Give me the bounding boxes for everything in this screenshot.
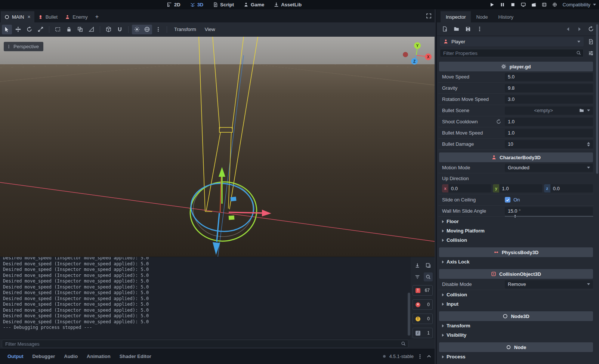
mode-2d-button[interactable]: 2D — [167, 2, 180, 7]
save-log-button[interactable] — [413, 261, 422, 270]
stop-button[interactable] — [510, 2, 515, 7]
tab-inspector[interactable]: Inspector — [441, 11, 471, 22]
kebab-icon[interactable] — [417, 354, 423, 359]
distraction-free-button[interactable] — [426, 13, 432, 20]
scale-tool-button[interactable] — [35, 25, 46, 34]
revert-property-button[interactable] — [494, 119, 503, 124]
history-forward-button[interactable] — [574, 24, 584, 34]
vector-y-field[interactable]: y 1.0 — [493, 184, 542, 192]
group-input[interactable]: Input — [438, 299, 594, 309]
value-stepper[interactable] — [587, 142, 590, 146]
mode-script-button[interactable]: Script — [213, 2, 234, 7]
vector-x-field[interactable]: x 0.0 — [442, 184, 491, 192]
move-speed-field[interactable]: 5.0 — [505, 73, 593, 81]
preview-options-button[interactable] — [153, 25, 163, 34]
pause-button[interactable] — [500, 2, 505, 7]
console-scrollbar[interactable] — [407, 257, 411, 339]
stop-error-count-toggle[interactable]: × 0 — [413, 299, 433, 310]
group-floor[interactable]: Floor — [438, 217, 594, 226]
category-character-body-3d[interactable]: CharacterBody3D — [439, 152, 593, 162]
open-docs-button[interactable] — [586, 37, 596, 46]
rotate-tool-button[interactable] — [24, 25, 34, 34]
category-script[interactable]: player.gd — [439, 62, 593, 71]
slide-on-ceiling-checkbox[interactable]: On — [505, 196, 593, 204]
shoot-cooldown-field[interactable]: 1.0 — [505, 118, 593, 126]
mode-game-button[interactable]: Game — [244, 2, 264, 7]
bullet-move-speed-field[interactable]: 1.0 — [505, 129, 593, 137]
preview-sunlight-button[interactable] — [132, 25, 142, 34]
node-selector-dropdown[interactable]: Player — [440, 37, 584, 46]
scene-tab-main[interactable]: MAIN × — [1, 11, 34, 22]
transform-menu-button[interactable]: Transform — [170, 25, 200, 34]
gravity-field[interactable]: 9.8 — [505, 84, 593, 92]
group-physics-interpolation[interactable]: Physics Interpolation — [438, 361, 594, 364]
bullet-damage-field[interactable]: 10 — [505, 140, 593, 148]
group-visibility[interactable]: Visibility — [438, 330, 594, 340]
preview-environment-button[interactable] — [142, 25, 152, 34]
filter-messages-input[interactable] — [2, 340, 408, 348]
perspective-menu-button[interactable]: Perspective — [4, 42, 43, 51]
tab-history[interactable]: History — [493, 11, 519, 22]
error-count-toggle[interactable]: ! 67 — [413, 285, 433, 296]
scene-tab-enemy[interactable]: Enemy — [61, 11, 91, 22]
remote-debug-button[interactable] — [521, 2, 526, 7]
group-collision[interactable]: Collision — [438, 235, 594, 245]
mesh-options-button[interactable] — [104, 25, 114, 34]
object-history-button[interactable] — [586, 24, 596, 34]
console-log[interactable]: Desired move_speed (Inspector move_speed… — [0, 257, 407, 339]
category-node[interactable]: Node — [439, 342, 593, 352]
close-icon[interactable]: × — [28, 14, 31, 20]
viewport-3d[interactable]: Y X Z Perspective — [0, 37, 435, 257]
add-scene-tab-button[interactable]: + — [92, 11, 102, 22]
gizmo-x-arrow[interactable] — [229, 212, 262, 213]
wall-min-slide-angle-field[interactable]: 15.0 ° — [505, 207, 593, 215]
group-collision-2[interactable]: Collision — [438, 290, 594, 299]
property-tools-button[interactable] — [586, 48, 596, 58]
inspector-scrollbar[interactable] — [596, 23, 599, 364]
bottom-tab-debugger[interactable]: Debugger — [28, 354, 60, 359]
search-log-button[interactable] — [424, 272, 433, 281]
snap-toggle-button[interactable] — [115, 25, 125, 34]
group-selected-button[interactable] — [75, 25, 85, 34]
motion-mode-dropdown[interactable]: Grounded — [505, 164, 593, 172]
bullet-scene-field[interactable]: <empty> — [505, 107, 593, 115]
group-moving-platform[interactable]: Moving Platform — [438, 226, 594, 235]
rotation-move-speed-field[interactable]: 3.0 — [505, 95, 593, 104]
history-back-button[interactable] — [563, 24, 573, 34]
gizmo-z-arrow[interactable] — [217, 213, 219, 242]
category-node3d[interactable]: Node3D — [439, 311, 593, 321]
disable-mode-dropdown[interactable]: Remove — [505, 280, 593, 289]
collapse-duplicates-button[interactable] — [413, 272, 422, 281]
scene-tab-bullet[interactable]: Bullet — [34, 11, 62, 22]
expand-panel-icon[interactable] — [426, 354, 432, 359]
plane-handle-green[interactable] — [229, 215, 235, 220]
ruler-mode-button[interactable] — [86, 25, 96, 34]
group-transform[interactable]: Transform — [438, 321, 594, 330]
move-tool-button[interactable] — [13, 25, 23, 34]
run-instances-button[interactable] — [552, 2, 557, 7]
bottom-tab-audio[interactable]: Audio — [59, 354, 82, 359]
mode-3d-button[interactable]: 3D — [190, 2, 204, 7]
save-resource-button[interactable] — [463, 24, 473, 34]
plane-handle-blue[interactable] — [231, 197, 237, 201]
copy-log-button[interactable] — [424, 261, 433, 270]
resource-options-button[interactable] — [475, 24, 485, 34]
bottom-tab-shader-editor[interactable]: Shader Editor — [115, 354, 156, 359]
movie-maker-button[interactable] — [531, 2, 536, 7]
view-menu-button[interactable]: View — [201, 25, 219, 34]
filter-properties-input[interactable] — [440, 49, 584, 57]
movie-writer-button[interactable] — [542, 2, 547, 7]
warning-count-toggle[interactable]: ! 0 — [413, 314, 433, 324]
axis-neg-x-ball[interactable] — [403, 52, 408, 57]
renderer-selector[interactable]: Compatibility — [563, 2, 596, 7]
mode-assetlib-button[interactable]: AssetLib — [274, 2, 302, 7]
slider-grabber[interactable] — [515, 215, 516, 218]
axis-orientation-gizmo[interactable]: Y X Z — [403, 42, 432, 65]
play-button[interactable] — [490, 2, 494, 7]
bottom-tab-animation[interactable]: Animation — [82, 354, 115, 359]
group-process[interactable]: Process — [438, 352, 594, 361]
chevron-down-icon[interactable] — [587, 109, 590, 111]
group-axis-lock[interactable]: Axis Lock — [438, 257, 594, 266]
folder-icon[interactable] — [579, 108, 584, 113]
select-tool-button[interactable] — [2, 25, 12, 34]
